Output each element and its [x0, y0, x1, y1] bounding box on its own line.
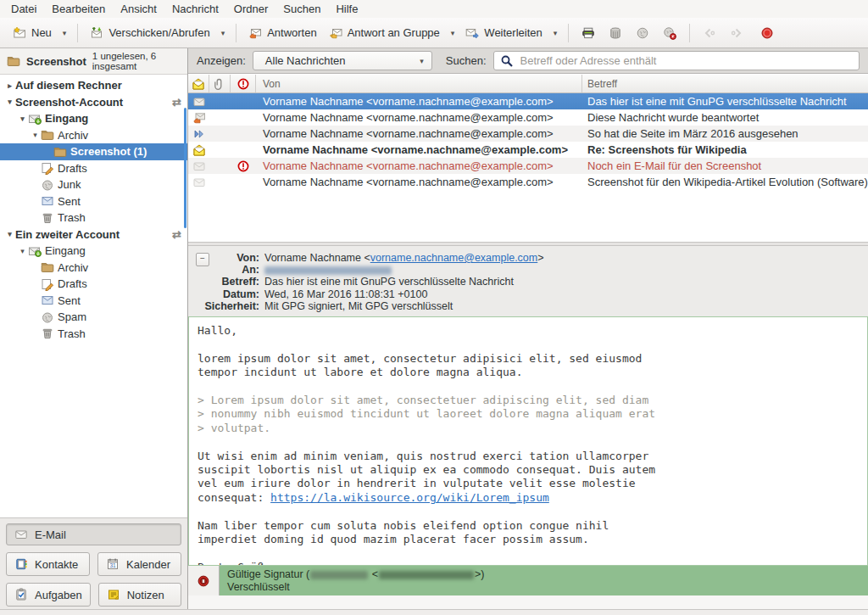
folder-tree-item-archiv[interactable]: Archiv: [0, 260, 187, 277]
from-email-link[interactable]: vorname.nachname@example.com: [370, 252, 538, 264]
folder-tree-item-screenshot-1-[interactable]: Screenshot (1): [0, 143, 187, 160]
sent-icon: [41, 194, 54, 208]
switcher-mail-button[interactable]: E-Mail: [6, 523, 181, 545]
folder-tree-item-spam[interactable]: Spam: [0, 309, 187, 326]
priority-cell: [231, 93, 256, 109]
attachment-cell: [209, 174, 231, 190]
message-from: Vorname Nachname <vorname.nachname@examp…: [256, 142, 582, 158]
print-button[interactable]: [575, 23, 602, 43]
folder-tree-item-auf-diesem-rechner[interactable]: ▸Auf diesem Rechner: [0, 77, 187, 94]
menu-suchen[interactable]: Suchen: [275, 1, 328, 17]
message-subject: Noch ein E-Mail für den Screenshot: [582, 158, 868, 174]
to-value-redacted: [264, 264, 392, 276]
folder-tree-item-drafts[interactable]: Drafts: [0, 276, 187, 293]
folder-label: Drafts: [58, 277, 87, 290]
search-input[interactable]: [519, 53, 853, 68]
next-message-button[interactable]: [723, 23, 750, 43]
expander-open-icon[interactable]: ▾: [4, 98, 15, 106]
reply-group-dropdown[interactable]: ▾: [446, 25, 460, 41]
folder-icon: [7, 54, 20, 68]
priority-cell: [231, 126, 256, 142]
message-row[interactable]: Vorname Nachname <vorname.nachname@examp…: [188, 174, 868, 190]
body-link[interactable]: https://la.wikisource.org/wiki/Lorem_ips…: [270, 491, 549, 504]
body-line: [198, 435, 867, 449]
expander-open-icon[interactable]: ▾: [17, 247, 28, 255]
folder-tree-item-trash[interactable]: Trash: [0, 210, 187, 226]
message-filter-dropdown[interactable]: Alle Nachrichten ▾: [253, 51, 432, 70]
message-row[interactable]: Vorname Nachname <vorname.nachname@examp…: [188, 109, 868, 126]
forward-dropdown[interactable]: ▾: [548, 25, 563, 41]
body-line: [198, 505, 867, 518]
message-row[interactable]: Vorname Nachname <vorname.nachname@examp…: [188, 142, 868, 158]
folder-tree-item-eingang[interactable]: ▾Eingang: [0, 243, 187, 260]
folder-tree-item-eingang[interactable]: ▾Eingang: [0, 110, 187, 127]
folder-label: Trash: [58, 327, 86, 340]
message-row[interactable]: Vorname Nachname <vorname.nachname@examp…: [188, 93, 868, 109]
menu-ansicht[interactable]: Ansicht: [113, 1, 164, 17]
reply-icon: [248, 26, 262, 40]
refresh-account-icon[interactable]: ⇄: [172, 228, 181, 241]
folder-tree-item-sent[interactable]: Sent: [0, 193, 187, 210]
contacts-icon: [14, 557, 28, 571]
menu-hilfe[interactable]: Hilfe: [328, 1, 365, 17]
menu-bearbeiten[interactable]: Bearbeiten: [44, 1, 113, 17]
not-junk-button[interactable]: [656, 23, 683, 43]
new-message-button[interactable]: Neu: [7, 23, 58, 43]
junk-button[interactable]: [629, 23, 656, 43]
menu-nachricht[interactable]: Nachricht: [164, 1, 226, 17]
switcher-contacts-button[interactable]: Kontakte: [6, 552, 90, 576]
collapse-headers-button[interactable]: −: [196, 253, 209, 266]
folder-tree-item-junk[interactable]: Junk: [0, 176, 187, 193]
folder-tree-item-sent[interactable]: Sent: [0, 293, 187, 310]
menu-ordner[interactable]: Ordner: [226, 1, 275, 17]
expander-open-icon[interactable]: ▾: [4, 230, 15, 238]
send-receive-dropdown[interactable]: ▾: [216, 25, 231, 41]
quoted-body-line: > nonummy nibh euismod tincidunt ut laor…: [198, 407, 867, 421]
switcher-tasks-button[interactable]: Aufgaben: [6, 583, 91, 607]
body-line: vel eum iriure dolor in hendrerit in vul…: [198, 477, 867, 490]
folder-tree-item-screenshot-account[interactable]: ▾Screenshot-Account⇄: [0, 94, 187, 111]
message-status-icon: [188, 158, 209, 174]
message-row[interactable]: Vorname Nachname <vorname.nachname@examp…: [188, 158, 868, 174]
folder-tree-item-archiv[interactable]: ▾Archiv: [0, 127, 187, 144]
reply-group-button[interactable]: Antwort an Gruppe: [323, 23, 446, 43]
sidebar-scrollbar[interactable]: [184, 108, 186, 228]
priority-cell: [231, 109, 256, 126]
body-line: [198, 547, 867, 561]
forward-button[interactable]: Weiterleiten: [459, 23, 548, 43]
folder-tree-item-ein-zweiter-account[interactable]: ▾Ein zweiter Account⇄: [0, 226, 187, 243]
column-status[interactable]: [188, 75, 209, 92]
back-icon: [703, 26, 716, 40]
stop-button[interactable]: [754, 23, 781, 43]
column-priority[interactable]: [231, 75, 256, 92]
body-line: Nam liber tempor cum soluta nobis eleife…: [198, 519, 867, 533]
folder-tree-item-trash[interactable]: Trash: [0, 326, 187, 343]
trash-icon: [609, 26, 622, 40]
reply-all-icon: [329, 26, 342, 40]
message-list: Von Betreff Vorname Nachname <vorname.na…: [188, 75, 868, 242]
refresh-account-icon[interactable]: ⇄: [172, 96, 181, 109]
switcher-calendar-button[interactable]: 31 Kalender: [97, 552, 181, 576]
switcher-notes-button[interactable]: Notizen: [98, 583, 181, 607]
signature-details-button[interactable]: [188, 566, 220, 595]
column-attachment[interactable]: [209, 75, 231, 92]
mail-icon: [14, 528, 28, 541]
menu-datei[interactable]: Datei: [3, 1, 44, 17]
column-subject[interactable]: Betreff: [582, 75, 868, 92]
send-receive-button[interactable]: Verschicken/Abrufen: [84, 23, 215, 43]
message-from: Vorname Nachname <vorname.nachname@examp…: [256, 158, 582, 174]
expander-closed-icon[interactable]: ▸: [4, 81, 15, 90]
chevron-down-icon: ▾: [420, 57, 424, 65]
reply-button[interactable]: Antworten: [242, 23, 323, 43]
expander-open-icon[interactable]: ▾: [30, 131, 41, 139]
toolbar: Neu ▾ Verschicken/Abrufen ▾ Antworten An…: [0, 18, 868, 48]
body-line: tempor incidunt ut labore et dolore magn…: [198, 366, 867, 379]
new-message-dropdown[interactable]: ▾: [58, 25, 72, 41]
column-from[interactable]: Von: [256, 75, 582, 92]
delete-button[interactable]: [602, 23, 629, 43]
expander-open-icon[interactable]: ▾: [17, 115, 28, 123]
message-status-icon: [188, 142, 209, 158]
message-row[interactable]: Vorname Nachname <vorname.nachname@examp…: [188, 126, 868, 142]
previous-message-button[interactable]: [696, 23, 723, 43]
folder-tree-item-drafts[interactable]: Drafts: [0, 160, 187, 177]
